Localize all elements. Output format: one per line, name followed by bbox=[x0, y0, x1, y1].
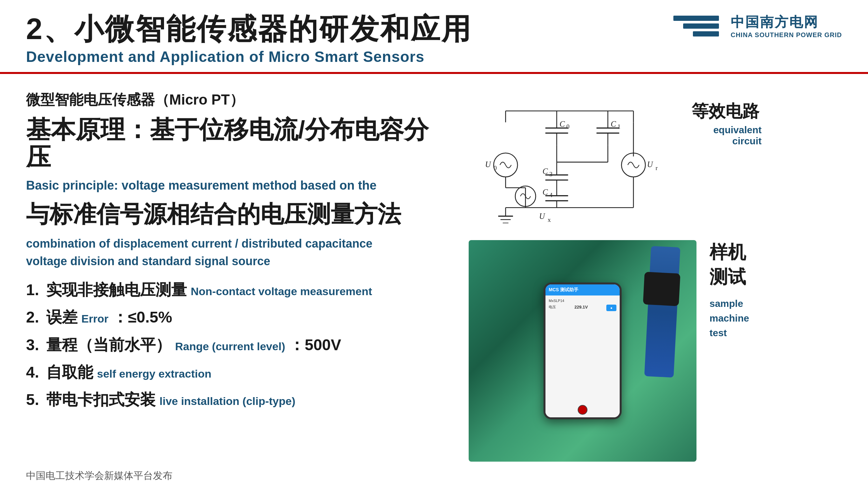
svg-text:C: C bbox=[542, 167, 548, 176]
feature-item-2: 2. 误差 Error ：≤0.5% bbox=[26, 307, 449, 327]
feature-item-5: 5. 带电卡扣式安装 live installation (clip-type) bbox=[26, 390, 449, 410]
svg-text:C: C bbox=[542, 188, 548, 197]
logo-area: 中国南方电网 CHINA SOUTHERN POWER GRID bbox=[673, 13, 842, 39]
logo-stripe-3 bbox=[693, 31, 719, 36]
title-chinese: 2、小微智能传感器的研发和应用 bbox=[26, 13, 472, 45]
logo-stripe-1 bbox=[673, 16, 719, 21]
logo-text-block: 中国南方电网 CHINA SOUTHERN POWER GRID bbox=[731, 13, 842, 39]
svg-text:0: 0 bbox=[566, 123, 569, 130]
logo-text-en: CHINA SOUTHERN POWER GRID bbox=[731, 31, 842, 39]
sample-photo: MCS 测试助手 MxSLP14 电压 229.1V ● bbox=[469, 240, 696, 462]
svg-text:1: 1 bbox=[617, 123, 621, 130]
main-content: 微型智能电压传感器（Micro PT） 基本原理：基于位移电流/分布电容分压 B… bbox=[0, 74, 868, 478]
svg-text:C: C bbox=[611, 120, 616, 128]
logo-stripes-icon bbox=[673, 16, 719, 36]
phone-row-voltage: 电压 229.1V ● bbox=[549, 305, 616, 311]
circuit-label-cn: 等效电路 bbox=[691, 100, 759, 123]
right-content: C 0 C 1 U bbox=[469, 90, 762, 462]
micro-pt-label: 微型智能电压传感器（Micro PT） bbox=[26, 90, 449, 110]
sample-label-cn: 样机测试 bbox=[710, 240, 762, 290]
feature-item-4: 4. 自取能 self energy extraction bbox=[26, 362, 449, 382]
title-english: Development and Application of Micro Sma… bbox=[26, 48, 472, 65]
sensor-clamp bbox=[643, 272, 680, 306]
phone-row-model: MxSLP14 bbox=[549, 299, 616, 303]
feature-item-3: 3. 量程（当前水平） Range (current level) ：500V bbox=[26, 335, 449, 355]
phone-mockup: MCS 测试助手 MxSLP14 电压 229.1V ● bbox=[544, 283, 622, 419]
svg-text:C: C bbox=[559, 120, 565, 128]
header: 2、小微智能传感器的研发和应用 Development and Applicat… bbox=[0, 0, 868, 74]
cable bbox=[644, 246, 681, 378]
svg-text:4: 4 bbox=[549, 192, 553, 198]
phone-header: MCS 测试助手 bbox=[546, 284, 620, 295]
sample-labels: 样机测试 sample machine test bbox=[710, 240, 762, 340]
circuit-diagram: C 0 C 1 U bbox=[469, 90, 762, 237]
phone-button[interactable]: ● bbox=[606, 305, 616, 311]
footer: 中国电工技术学会新媒体平台发布 bbox=[26, 469, 173, 483]
method-desc-en: combination of displacement current / di… bbox=[26, 235, 449, 270]
svg-text:0: 0 bbox=[494, 165, 497, 171]
phone-screen: MCS 测试助手 MxSLP14 电压 229.1V ● bbox=[546, 284, 620, 417]
svg-text:U: U bbox=[647, 160, 653, 169]
principle-title-cn: 基本原理：基于位移电流/分布电容分压 bbox=[26, 116, 449, 170]
svg-text:U: U bbox=[485, 160, 491, 169]
left-content: 微型智能电压传感器（Micro PT） 基本原理：基于位移电流/分布电容分压 B… bbox=[26, 90, 449, 462]
principle-en: Basic principle: voltage measurement met… bbox=[26, 177, 449, 194]
method-title-cn: 与标准信号源相结合的电压测量方法 bbox=[26, 200, 449, 228]
feature-item-1: 1. 实现非接触电压测量 Non-contact voltage measure… bbox=[26, 280, 449, 300]
header-left: 2、小微智能传感器的研发和应用 Development and Applicat… bbox=[26, 13, 472, 65]
phone-content: MxSLP14 电压 229.1V ● bbox=[546, 295, 620, 417]
circuit-label-en: equivalent circuit bbox=[691, 124, 762, 147]
feature-list: 1. 实现非接触电压测量 Non-contact voltage measure… bbox=[26, 280, 449, 410]
logo-stripe-2 bbox=[683, 24, 719, 29]
sample-label-en: sample machine test bbox=[710, 296, 762, 340]
svg-text:x: x bbox=[548, 216, 551, 223]
phone-home-button[interactable] bbox=[578, 405, 587, 415]
logo-text-cn: 中国南方电网 bbox=[731, 13, 842, 31]
photo-section: MCS 测试助手 MxSLP14 电压 229.1V ● bbox=[469, 240, 762, 462]
circuit-svg: C 0 C 1 U bbox=[469, 90, 682, 237]
svg-text:r: r bbox=[655, 165, 658, 171]
svg-text:3: 3 bbox=[549, 171, 553, 177]
svg-text:U: U bbox=[539, 212, 545, 221]
